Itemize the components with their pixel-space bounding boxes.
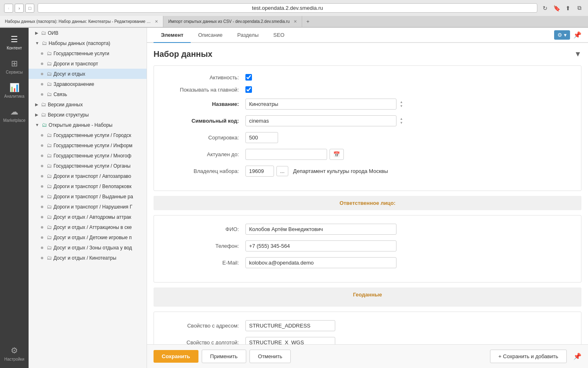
dot-icon [41, 195, 43, 198]
tree-datasets[interactable]: ▼ 🗂 Наборы данных (паспорта) [29, 38, 147, 48]
tree-roads[interactable]: 🗂 Дороги и транспорт [29, 58, 147, 69]
tree-opendata[interactable]: ▼ 🗂 Открытые данные - Наборы [29, 120, 147, 130]
tree-od-10[interactable]: 🗂 Досуг и отдых / Аттракционы в ске [29, 222, 147, 232]
tree-label: Досуг и отдых / Кинотеатры [53, 255, 116, 261]
tab-1-close[interactable]: ✕ [155, 19, 158, 24]
tree-od-6[interactable]: 🗂 Дороги и транспорт / Велопарковк [29, 181, 147, 191]
reload-button[interactable]: ↻ [541, 4, 550, 13]
longitude-control [245, 337, 571, 344]
sidebar-item-analytics[interactable]: 📊 Аналитика [0, 79, 29, 102]
tree-label: Дороги и транспорт [53, 61, 98, 67]
owner-control: ... Департамент культуры города Москвы [245, 166, 571, 177]
tab-1[interactable]: Наборы данных (паспорта): Набор данных: … [0, 16, 163, 27]
address-input[interactable] [245, 320, 335, 331]
tree-label: Здравоохранение [53, 81, 94, 87]
share-button[interactable]: ⬆ [564, 4, 572, 13]
code-down-btn[interactable]: ▼ [400, 121, 403, 125]
content-icon: ☰ [11, 34, 18, 44]
dot-icon [41, 247, 43, 249]
main-content: Элемент Описание Разделы SEO ⚙ ▾ 📌 Набор… [147, 28, 588, 368]
tree-versions[interactable]: ▶ 🗂 Версии данных [29, 99, 147, 110]
new-tab-button[interactable]: + [302, 16, 314, 27]
tree-comm[interactable]: 🗂 Связь [29, 89, 147, 99]
tree-oiv[interactable]: ▶ 🗂 ОИВ [29, 28, 147, 38]
back-button[interactable]: ‹ [4, 4, 13, 13]
fio-input[interactable] [245, 224, 396, 235]
tab-2[interactable]: Импорт открытых данных из CSV - dev.open… [163, 16, 302, 27]
tree-leisure[interactable]: 🗂 Досуг и отдых [29, 69, 147, 79]
bookmark-button[interactable]: 🔖 [552, 4, 561, 13]
code-up-btn[interactable]: ▲ [400, 117, 403, 121]
dot-icon [41, 52, 43, 55]
tree-od-12[interactable]: 🗂 Досуг и отдых / Зоны отдыха у вод [29, 242, 147, 253]
code-input[interactable] [245, 115, 396, 126]
dot-icon [41, 175, 43, 177]
tab-sections[interactable]: Разделы [230, 28, 266, 43]
sidebar-item-marketplace[interactable]: ☁ Marketplace [0, 103, 29, 126]
folder-icon: 🗂 [47, 71, 52, 77]
tab-2-close[interactable]: ✕ [294, 19, 297, 24]
form-panel: Активность: Показывать на главной: Назва… [154, 65, 581, 191]
tab-element[interactable]: Элемент [154, 28, 191, 43]
dot-icon [41, 236, 43, 239]
tree-od-4[interactable]: 🗂 Государственные услуги / Органы [29, 161, 147, 171]
sort-label: Сортировка: [164, 135, 245, 141]
tree-od-13[interactable]: 🗂 Досуг и отдых / Кинотеатры [29, 253, 147, 263]
tree-od-1[interactable]: 🗂 Государственные услуги / Городск [29, 130, 147, 140]
tree-od-9[interactable]: 🗂 Досуг и отдых / Автодромы аттрак [29, 212, 147, 222]
sidebar-item-content[interactable]: ☰ Контент [0, 31, 29, 54]
name-down-btn[interactable]: ▼ [400, 105, 403, 108]
tab-description-label: Описание [198, 32, 223, 38]
sort-input[interactable] [245, 132, 278, 143]
tree-od-5[interactable]: 🗂 Дороги и транспорт / Автозаправо [29, 171, 147, 181]
owner-browse-button[interactable]: ... [276, 166, 288, 176]
tree-struct-versions[interactable]: ▶ 🗂 Версии структуры [29, 110, 147, 120]
dot-icon [41, 73, 43, 75]
forward-button[interactable]: › [15, 4, 24, 13]
longitude-input[interactable] [245, 337, 335, 344]
calendar-button[interactable]: 📅 [330, 149, 344, 160]
phone-input[interactable] [245, 240, 396, 251]
maximize-button[interactable]: □ [25, 4, 34, 13]
name-up-btn[interactable]: ▲ [400, 101, 403, 104]
tree-od-2[interactable]: 🗂 Государственные услуги / Информ [29, 140, 147, 150]
tree-gosusl[interactable]: 🗂 Государственные услуги [29, 48, 147, 58]
section-chevron[interactable]: ▼ [574, 50, 581, 58]
tree-od-11[interactable]: 🗂 Досуг и отдых / Детские игровые п [29, 232, 147, 242]
sidebar-label-analytics: Аналитика [4, 94, 24, 99]
dot-icon [41, 83, 43, 85]
arrow-icon: ▶ [35, 31, 38, 35]
sidebar-item-services[interactable]: ⊞ Сервисы [0, 55, 29, 78]
tree-od-8[interactable]: 🗂 Дороги и транспорт / Нарушения Г [29, 202, 147, 212]
save-add-button[interactable]: + Сохранить и добавить [490, 350, 567, 363]
actual-input[interactable] [245, 149, 327, 160]
folder-icon: 🗂 [42, 122, 47, 128]
showmain-checkbox[interactable] [245, 86, 252, 93]
tab-description[interactable]: Описание [191, 28, 230, 43]
email-control [245, 257, 571, 268]
sidebar-item-settings[interactable]: ⚙ Настройки [0, 342, 29, 365]
folder-icon: 🗂 [47, 81, 52, 87]
owner-id-input[interactable] [245, 166, 274, 177]
tree-health[interactable]: 🗂 Здравоохранение [29, 79, 147, 89]
tree-od-3[interactable]: 🗂 Государственные услуги / Многоф [29, 150, 147, 161]
folder-icon: 🗂 [47, 255, 52, 261]
tab-seo[interactable]: SEO [266, 28, 292, 43]
new-window-button[interactable]: ⧉ [575, 4, 584, 13]
cancel-button[interactable]: Отменить [249, 350, 291, 363]
code-suffix: ▲ ▼ [400, 117, 403, 125]
save-button[interactable]: Сохранить [154, 350, 198, 363]
activity-checkbox[interactable] [245, 74, 252, 81]
pin-button[interactable]: 📌 [573, 31, 581, 39]
fio-control [245, 224, 571, 235]
tab-seo-label: SEO [273, 32, 284, 38]
tab-2-label: Импорт открытых данных из CSV - dev.open… [168, 19, 290, 24]
email-input[interactable] [245, 257, 396, 268]
marketplace-icon: ☁ [10, 107, 18, 117]
owner-label: Владелец набора: [164, 168, 245, 174]
apply-button[interactable]: Применить [202, 350, 246, 363]
tree-od-7[interactable]: 🗂 Дороги и транспорт / Выданные ра [29, 191, 147, 202]
gear-settings-button[interactable]: ⚙ ▾ [554, 30, 570, 40]
address-bar[interactable]: test.opendata.2.dev.smedia.ru [38, 3, 537, 13]
name-input[interactable] [245, 99, 396, 110]
